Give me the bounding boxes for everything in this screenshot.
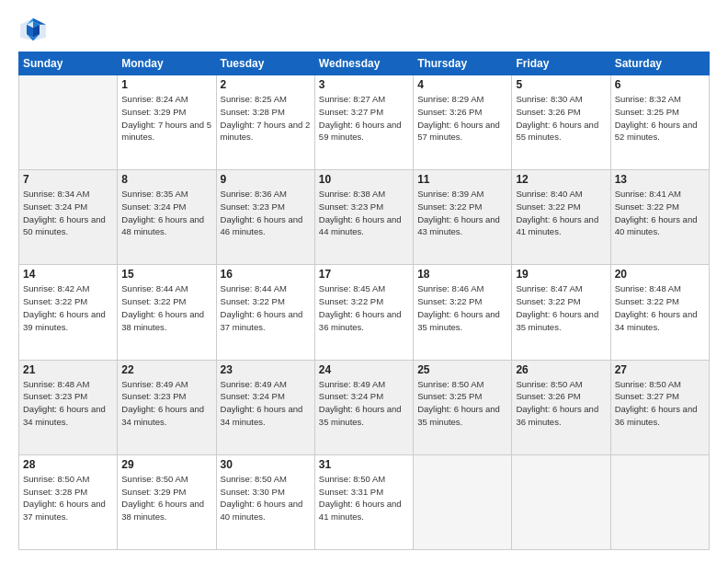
day-number: 9 — [221, 173, 311, 186]
calendar-cell: 6Sunrise: 8:32 AMSunset: 3:25 PMDaylight… — [610, 75, 709, 170]
cell-details: Sunrise: 8:50 AMSunset: 3:30 PMDaylight:… — [221, 473, 311, 523]
calendar-cell: 16Sunrise: 8:44 AMSunset: 3:22 PMDayligh… — [216, 265, 314, 360]
cell-details: Sunrise: 8:30 AMSunset: 3:26 PMDaylight:… — [516, 93, 606, 144]
calendar-week-row: 21Sunrise: 8:48 AMSunset: 3:23 PMDayligh… — [19, 360, 710, 454]
cell-details: Sunrise: 8:48 AMSunset: 3:22 PMDaylight:… — [615, 282, 705, 333]
day-number: 14 — [23, 268, 113, 281]
cell-details: Sunrise: 8:50 AMSunset: 3:25 PMDaylight:… — [417, 378, 507, 429]
calendar-cell: 21Sunrise: 8:48 AMSunset: 3:23 PMDayligh… — [19, 360, 118, 454]
header — [18, 17, 710, 42]
cell-details: Sunrise: 8:50 AMSunset: 3:28 PMDaylight:… — [23, 473, 113, 523]
calendar-cell: 22Sunrise: 8:49 AMSunset: 3:23 PMDayligh… — [118, 360, 216, 454]
calendar-header-thursday: Thursday — [414, 52, 512, 75]
cell-details: Sunrise: 8:32 AMSunset: 3:25 PMDaylight:… — [615, 93, 705, 144]
cell-details: Sunrise: 8:47 AMSunset: 3:22 PMDaylight:… — [516, 282, 606, 333]
calendar-cell: 11Sunrise: 8:39 AMSunset: 3:22 PMDayligh… — [414, 170, 512, 265]
day-number: 13 — [615, 173, 705, 186]
calendar-cell: 5Sunrise: 8:30 AMSunset: 3:26 PMDaylight… — [512, 75, 610, 170]
day-number: 22 — [121, 363, 211, 376]
calendar-cell — [19, 75, 118, 170]
calendar-cell: 13Sunrise: 8:41 AMSunset: 3:22 PMDayligh… — [610, 170, 709, 265]
cell-details: Sunrise: 8:49 AMSunset: 3:24 PMDaylight:… — [221, 378, 311, 429]
calendar-cell: 1Sunrise: 8:24 AMSunset: 3:29 PMDaylight… — [118, 75, 216, 170]
day-number: 8 — [121, 173, 211, 186]
calendar-header-tuesday: Tuesday — [216, 52, 314, 75]
calendar-cell: 7Sunrise: 8:34 AMSunset: 3:24 PMDaylight… — [19, 170, 118, 265]
day-number: 17 — [319, 268, 409, 281]
cell-details: Sunrise: 8:49 AMSunset: 3:24 PMDaylight:… — [319, 378, 409, 429]
day-number: 26 — [516, 363, 606, 376]
cell-details: Sunrise: 8:25 AMSunset: 3:28 PMDaylight:… — [221, 93, 311, 144]
calendar-cell: 29Sunrise: 8:50 AMSunset: 3:29 PMDayligh… — [118, 454, 216, 549]
day-number: 5 — [516, 78, 606, 91]
cell-details: Sunrise: 8:36 AMSunset: 3:23 PMDaylight:… — [221, 188, 311, 238]
logo — [18, 17, 51, 42]
day-number: 4 — [417, 78, 507, 91]
cell-details: Sunrise: 8:24 AMSunset: 3:29 PMDaylight:… — [121, 93, 211, 144]
calendar-cell: 23Sunrise: 8:49 AMSunset: 3:24 PMDayligh… — [216, 360, 314, 454]
cell-details: Sunrise: 8:35 AMSunset: 3:24 PMDaylight:… — [121, 188, 211, 238]
calendar-cell: 27Sunrise: 8:50 AMSunset: 3:27 PMDayligh… — [610, 360, 709, 454]
cell-details: Sunrise: 8:50 AMSunset: 3:27 PMDaylight:… — [615, 378, 705, 429]
cell-details: Sunrise: 8:45 AMSunset: 3:22 PMDaylight:… — [319, 282, 409, 333]
calendar-cell — [512, 454, 610, 549]
day-number: 7 — [23, 173, 113, 186]
day-number: 15 — [121, 268, 211, 281]
day-number: 30 — [221, 458, 311, 471]
day-number: 11 — [417, 173, 507, 186]
cell-details: Sunrise: 8:46 AMSunset: 3:22 PMDaylight:… — [417, 282, 507, 333]
cell-details: Sunrise: 8:44 AMSunset: 3:22 PMDaylight:… — [121, 282, 211, 333]
calendar-cell: 18Sunrise: 8:46 AMSunset: 3:22 PMDayligh… — [414, 265, 512, 360]
cell-details: Sunrise: 8:38 AMSunset: 3:23 PMDaylight:… — [319, 188, 409, 238]
calendar-cell: 12Sunrise: 8:40 AMSunset: 3:22 PMDayligh… — [512, 170, 610, 265]
day-number: 24 — [319, 363, 409, 376]
calendar-cell: 26Sunrise: 8:50 AMSunset: 3:26 PMDayligh… — [512, 360, 610, 454]
calendar-week-row: 14Sunrise: 8:42 AMSunset: 3:22 PMDayligh… — [19, 265, 710, 360]
page: SundayMondayTuesdayWednesdayThursdayFrid… — [0, 0, 728, 563]
cell-details: Sunrise: 8:50 AMSunset: 3:29 PMDaylight:… — [121, 473, 211, 523]
calendar-cell: 2Sunrise: 8:25 AMSunset: 3:28 PMDaylight… — [216, 75, 314, 170]
cell-details: Sunrise: 8:40 AMSunset: 3:22 PMDaylight:… — [516, 188, 606, 238]
day-number: 23 — [221, 363, 311, 376]
day-number: 3 — [319, 78, 409, 91]
day-number: 20 — [615, 268, 705, 281]
calendar-cell: 28Sunrise: 8:50 AMSunset: 3:28 PMDayligh… — [19, 454, 118, 549]
logo-icon — [18, 17, 48, 42]
calendar-cell: 4Sunrise: 8:29 AMSunset: 3:26 PMDaylight… — [414, 75, 512, 170]
calendar-cell: 25Sunrise: 8:50 AMSunset: 3:25 PMDayligh… — [414, 360, 512, 454]
calendar-cell: 19Sunrise: 8:47 AMSunset: 3:22 PMDayligh… — [512, 265, 610, 360]
calendar-header-monday: Monday — [118, 52, 216, 75]
day-number: 12 — [516, 173, 606, 186]
day-number: 28 — [23, 458, 113, 471]
calendar-cell: 20Sunrise: 8:48 AMSunset: 3:22 PMDayligh… — [610, 265, 709, 360]
day-number: 21 — [23, 363, 113, 376]
calendar-header-sunday: Sunday — [19, 52, 118, 75]
calendar-cell — [414, 454, 512, 549]
calendar-cell: 8Sunrise: 8:35 AMSunset: 3:24 PMDaylight… — [118, 170, 216, 265]
calendar-cell: 3Sunrise: 8:27 AMSunset: 3:27 PMDaylight… — [314, 75, 413, 170]
cell-details: Sunrise: 8:50 AMSunset: 3:31 PMDaylight:… — [319, 473, 409, 523]
day-number: 18 — [417, 268, 507, 281]
calendar-cell: 30Sunrise: 8:50 AMSunset: 3:30 PMDayligh… — [216, 454, 314, 549]
cell-details: Sunrise: 8:41 AMSunset: 3:22 PMDaylight:… — [615, 188, 705, 238]
cell-details: Sunrise: 8:29 AMSunset: 3:26 PMDaylight:… — [417, 93, 507, 144]
calendar-table: SundayMondayTuesdayWednesdayThursdayFrid… — [18, 52, 710, 550]
cell-details: Sunrise: 8:49 AMSunset: 3:23 PMDaylight:… — [121, 378, 211, 429]
calendar-cell: 9Sunrise: 8:36 AMSunset: 3:23 PMDaylight… — [216, 170, 314, 265]
day-number: 25 — [417, 363, 507, 376]
calendar-header-wednesday: Wednesday — [314, 52, 413, 75]
day-number: 16 — [221, 268, 311, 281]
cell-details: Sunrise: 8:44 AMSunset: 3:22 PMDaylight:… — [221, 282, 311, 333]
day-number: 31 — [319, 458, 409, 471]
calendar-header-row: SundayMondayTuesdayWednesdayThursdayFrid… — [19, 52, 710, 75]
cell-details: Sunrise: 8:50 AMSunset: 3:26 PMDaylight:… — [516, 378, 606, 429]
day-number: 1 — [121, 78, 211, 91]
calendar-cell: 14Sunrise: 8:42 AMSunset: 3:22 PMDayligh… — [19, 265, 118, 360]
calendar-week-row: 7Sunrise: 8:34 AMSunset: 3:24 PMDaylight… — [19, 170, 710, 265]
day-number: 19 — [516, 268, 606, 281]
day-number: 2 — [221, 78, 311, 91]
day-number: 29 — [121, 458, 211, 471]
calendar-cell: 31Sunrise: 8:50 AMSunset: 3:31 PMDayligh… — [314, 454, 413, 549]
cell-details: Sunrise: 8:48 AMSunset: 3:23 PMDaylight:… — [23, 378, 113, 429]
calendar-cell: 17Sunrise: 8:45 AMSunset: 3:22 PMDayligh… — [314, 265, 413, 360]
